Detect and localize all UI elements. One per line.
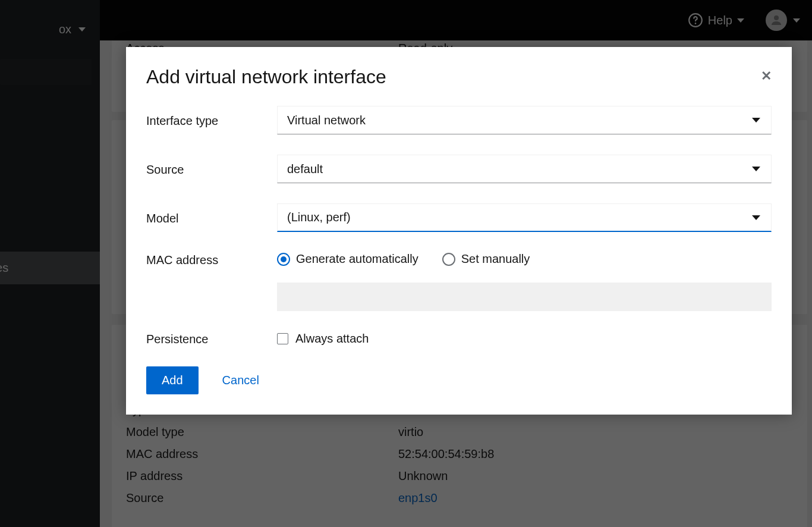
add-nic-dialog: Add virtual network interface ✕ Interfac… <box>126 47 792 415</box>
app-root: Help ox nes Access R <box>0 0 812 527</box>
mac-generate-radio[interactable]: Generate automatically <box>277 252 418 266</box>
select-value: default <box>287 162 323 176</box>
chevron-down-icon <box>752 215 760 220</box>
dialog-title: Add virtual network interface <box>146 66 386 88</box>
interface-type-select[interactable]: Virtual network <box>277 106 772 134</box>
mac-mode-radio-group: Generate automatically Set manually <box>277 252 772 266</box>
model-select[interactable]: (Linux, perf) <box>277 203 772 232</box>
checkbox-label: Always attach <box>295 332 369 346</box>
cancel-button[interactable]: Cancel <box>222 374 259 387</box>
persistence-label: Persistence <box>146 331 277 346</box>
mac-address-label: MAC address <box>146 252 277 267</box>
mac-address-input <box>277 283 772 311</box>
source-label: Source <box>146 162 277 177</box>
radio-label: Generate automatically <box>296 252 418 266</box>
select-value: (Linux, perf) <box>287 211 351 224</box>
dialog-footer: Add Cancel <box>146 366 772 394</box>
add-button[interactable]: Add <box>146 366 199 394</box>
chevron-down-icon <box>752 167 760 171</box>
radio-label: Set manually <box>461 252 530 266</box>
always-attach-checkbox[interactable] <box>277 333 288 344</box>
close-icon[interactable]: ✕ <box>761 66 772 83</box>
interface-type-label: Interface type <box>146 113 277 128</box>
chevron-down-icon <box>752 118 760 123</box>
select-value: Virtual network <box>287 114 366 127</box>
source-select[interactable]: default <box>277 155 772 183</box>
model-label: Model <box>146 211 277 225</box>
mac-manual-radio[interactable]: Set manually <box>442 252 530 266</box>
